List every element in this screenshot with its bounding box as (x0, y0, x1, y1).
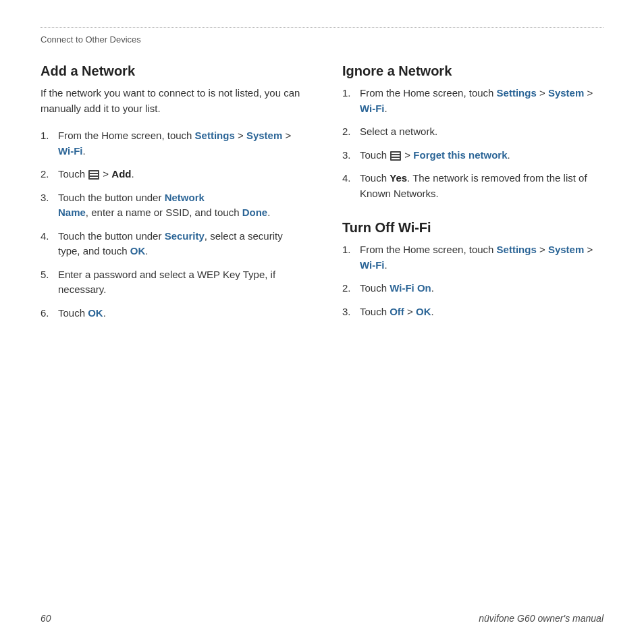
breadcrumb-area: Connect to Other Devices (41, 27, 603, 45)
network-name-bold: NetworkName (58, 192, 205, 219)
yes-bold: Yes (390, 172, 407, 184)
system-link-3: System (548, 244, 584, 255)
settings-link-1: Settings (195, 130, 235, 141)
ok-bold-1: OK (130, 245, 146, 257)
breadcrumb: Connect to Other Devices (41, 34, 141, 45)
add-step-6-content: Touch OK. (58, 306, 302, 321)
turnoff-step-2-content: Touch Wi-Fi On. (360, 281, 603, 296)
ok-bold-3: OK (416, 306, 431, 317)
ignore-step-3: Touch > Forget this network. (342, 148, 603, 163)
security-bold: Security (165, 230, 205, 242)
turnoff-step-2: Touch Wi-Fi On. (342, 281, 603, 296)
add-step-1: From the Home screen, touch Settings > S… (41, 128, 302, 159)
ignore-step-4: Touch Yes. The network is removed from t… (342, 171, 603, 201)
page-container: Connect to Other Devices Add a Network I… (0, 0, 644, 644)
turnoff-step-3: Touch Off > OK. (342, 304, 603, 320)
add-step-6: Touch OK. (41, 306, 302, 321)
ignore-step-3-content: Touch > Forget this network. (360, 148, 603, 163)
turnoff-step-3-content: Touch Off > OK. (360, 304, 603, 320)
add-bold: Add (111, 168, 131, 180)
wifi-link-1: Wi-Fi (58, 145, 83, 157)
ignore-step-1: From the Home screen, touch Settings > S… (342, 86, 603, 116)
settings-link-2: Settings (497, 87, 537, 99)
add-step-3-content: Touch the button under NetworkName, ente… (58, 190, 302, 221)
add-step-2: Touch > Add. (41, 167, 302, 182)
column-left: Add a Network If the network you want to… (41, 63, 302, 329)
off-bold: Off (390, 306, 404, 317)
menu-icon-1 (88, 170, 99, 180)
ignore-network-title: Ignore a Network (342, 63, 603, 79)
turn-off-wifi-title: Turn Off Wi-Fi (342, 220, 603, 236)
forget-network-bold: Forget this network (413, 149, 507, 161)
column-right: Ignore a Network From the Home screen, t… (342, 63, 603, 329)
ignore-step-4-content: Touch Yes. The network is removed from t… (360, 171, 603, 201)
done-bold: Done (242, 207, 268, 218)
add-step-5-content: Enter a password and select a WEP Key Ty… (58, 267, 302, 298)
ignore-step-2: Select a network. (342, 124, 603, 140)
wifi-on-bold: Wi-Fi On (390, 282, 431, 294)
ok-bold-2: OK (88, 307, 103, 319)
ignore-step-2-content: Select a network. (360, 124, 603, 140)
add-step-5: Enter a password and select a WEP Key Ty… (41, 267, 302, 298)
ignore-step-1-content: From the Home screen, touch Settings > S… (360, 86, 603, 116)
two-column-layout: Add a Network If the network you want to… (41, 63, 603, 329)
add-step-2-content: Touch > Add. (58, 167, 302, 182)
add-step-4: Touch the button under Security, select … (41, 229, 302, 259)
wifi-link-3: Wi-Fi (360, 259, 385, 271)
turnoff-step-1-content: From the Home screen, touch Settings > S… (360, 242, 603, 273)
settings-link-3: Settings (497, 244, 537, 255)
add-network-steps: From the Home screen, touch Settings > S… (41, 128, 302, 321)
system-link-1: System (246, 130, 282, 141)
add-step-1-content: From the Home screen, touch Settings > S… (58, 128, 302, 159)
add-step-3: Touch the button under NetworkName, ente… (41, 190, 302, 221)
ignore-network-steps: From the Home screen, touch Settings > S… (342, 86, 603, 201)
turnoff-step-1: From the Home screen, touch Settings > S… (342, 242, 603, 273)
add-network-title: Add a Network (41, 63, 302, 79)
wifi-link-2: Wi-Fi (360, 103, 385, 114)
page-number: 60 (41, 613, 51, 624)
add-network-intro: If the network you want to connect to is… (41, 86, 302, 116)
manual-title: nüvifone G60 owner's manual (479, 613, 603, 624)
footer-area: 60 nüvifone G60 owner's manual (41, 613, 603, 624)
system-link-2: System (548, 87, 584, 99)
turn-off-wifi-steps: From the Home screen, touch Settings > S… (342, 242, 603, 319)
add-step-4-content: Touch the button under Security, select … (58, 229, 302, 259)
menu-icon-2 (390, 151, 401, 161)
